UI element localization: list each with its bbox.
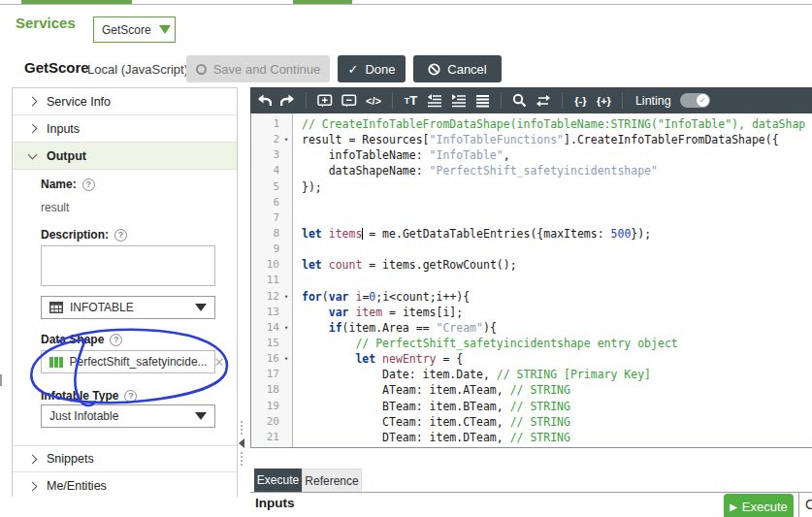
code-text: ATeam: item.ATeam, // STRING [293,382,570,398]
indent-icon[interactable] [451,92,467,109]
code-line[interactable]: 5}); [251,179,812,195]
code-line[interactable]: 1// CreateInfoTableFromDataShape(infoTab… [251,116,812,132]
line-number: 12 [251,289,279,305]
fold-gutter [279,242,293,257]
chevron-down-icon [195,412,207,420]
code-line[interactable]: 13 var item = items[i]; [251,305,812,320]
code-line[interactable]: 7 [251,210,812,226]
line-number: 17 [251,367,279,382]
replace-icon[interactable] [536,92,551,109]
fold-braces-icon[interactable]: {-} [573,92,588,109]
font-size-icon[interactable]: TT [404,92,418,109]
code-line[interactable]: 15 // PerfectShift_safetyincidentshape e… [251,336,812,351]
code-line[interactable]: 16▾ let newEntry = { [251,351,812,367]
fold-gutter [279,179,293,195]
help-icon[interactable]: ? [124,390,137,403]
code-line[interactable]: 17 Date: item.Date, // STRING [Primary K… [251,367,812,382]
chevron-right-icon [28,481,38,491]
fold-marker-icon[interactable]: ▾ [279,289,293,305]
code-block-icon[interactable]: </> [366,92,381,109]
bottom-panel-divider [250,492,812,493]
code-line[interactable]: 11 [251,273,812,288]
code-line[interactable]: 19 BTeam: item.BTeam, // STRING [251,399,812,414]
clipped-element-text: C [805,497,812,512]
code-line[interactable]: 12▾for(var i=0;i<count;i++){ [251,289,812,305]
code-line[interactable]: 18 ATeam: item.ATeam, // STRING [251,382,812,398]
panel-splitter[interactable] [236,421,246,469]
code-text: BTeam: item.BTeam, // STRING [293,399,570,414]
line-number: 19 [251,399,279,414]
line-number: 3 [251,147,279,163]
format-code-icon[interactable] [475,92,490,109]
code-line[interactable]: 14▾ if(item.Area == "Cream"){ [251,320,812,336]
fold-gutter [279,210,293,226]
service-selector[interactable]: GetScore [93,16,176,43]
code-line[interactable]: 3 infoTableName: "InfoTable", [251,147,812,163]
fold-marker-icon[interactable]: ▾ [279,351,293,367]
tab-execute[interactable]: Execute [254,469,302,492]
code-line[interactable]: 4 dataShapeName: "PerfectShift_safetyinc… [251,163,812,178]
line-number: 20 [251,414,279,430]
remove-comment-icon[interactable] [341,92,357,109]
code-text: Date: item.Date, // STRING [Primary Key] [293,367,651,382]
code-line[interactable]: 20 CTeam: item.CTeam, // STRING [251,414,812,430]
execute-button[interactable]: ▶ Execute [724,494,794,517]
line-number: 15 [251,336,279,351]
code-lines[interactable]: 1// CreateInfoTableFromDataShape(infoTab… [251,116,812,445]
code-text: let items = me.GetDataTableEntries({maxI… [293,226,651,242]
sidebar-section-inputs[interactable]: Inputs [13,115,237,143]
toolbar-separator [392,92,393,109]
help-icon[interactable]: ? [82,178,95,191]
name-value: result [41,201,69,214]
code-text: DTeam: item.DTeam, // STRING [293,430,570,445]
help-icon[interactable]: ? [114,229,127,242]
sidebar-section-service-info[interactable]: Service Info [13,88,237,115]
base-type-select[interactable]: INFOTABLE [41,296,215,319]
line-number: 4 [251,163,279,178]
code-editor[interactable]: 1// CreateInfoTableFromDataShape(infoTab… [250,113,812,448]
chevron-down-icon [195,304,207,311]
add-comment-icon[interactable] [317,92,333,109]
code-line[interactable]: 8let items = me.GetDataTableEntries({max… [251,226,812,242]
cancel-button[interactable]: Cancel [413,55,502,82]
infotable-type-select[interactable]: Just Infotable [41,404,215,428]
save-and-continue-button[interactable]: Save and Continue [186,55,330,82]
fold-gutter [279,195,293,210]
code-line[interactable]: 21 DTeam: item.DTeam, // STRING [251,430,812,445]
line-number: 21 [251,430,279,445]
done-button[interactable]: ✓ Done [338,55,406,82]
help-icon[interactable]: ? [110,334,122,346]
code-text: let newEntry = { [293,351,463,367]
code-line[interactable]: 6 [251,195,812,210]
line-number: 5 [251,179,279,195]
tab-reference[interactable]: Reference [302,469,362,492]
sidebar-section-snippets[interactable]: Snippets [13,445,237,472]
undo-icon[interactable] [257,92,272,109]
name-label: Name: ? [41,178,95,191]
description-textarea[interactable] [41,245,215,286]
code-text [293,195,302,210]
fold-marker-icon[interactable]: ▾ [279,320,293,336]
code-line[interactable]: 9 [251,242,812,257]
code-line[interactable]: 10let count = items.getRowCount(); [251,257,812,273]
code-line[interactable]: 2▾result = Resources["InfoTableFunctions… [251,132,812,147]
sidebar-section-output[interactable]: Output [13,143,237,170]
code-text: }); [293,179,322,195]
fold-marker-icon[interactable]: ▾ [279,132,293,147]
toolbar-separator [622,92,623,109]
code-text [293,242,302,257]
search-icon[interactable] [512,92,527,109]
chevron-right-icon [28,97,38,107]
code-text [293,273,302,288]
bottom-panel-vertical-divider [798,492,799,517]
data-shape-field[interactable]: PerfectShift_safetyincide... ✕ [41,350,215,373]
linting-toggle[interactable]: ✓ [680,93,710,108]
remove-data-shape-icon[interactable]: ✕ [214,355,225,370]
toggle-check-icon: ✓ [697,94,709,107]
collapse-panel-icon[interactable] [239,438,244,448]
sidebar-section-me-entities[interactable]: Me/Entities [13,472,237,500]
outdent-icon[interactable] [427,92,442,109]
unfold-braces-icon[interactable]: {+} [597,92,611,109]
redo-icon[interactable] [280,92,295,109]
toolbar-separator [562,92,563,109]
